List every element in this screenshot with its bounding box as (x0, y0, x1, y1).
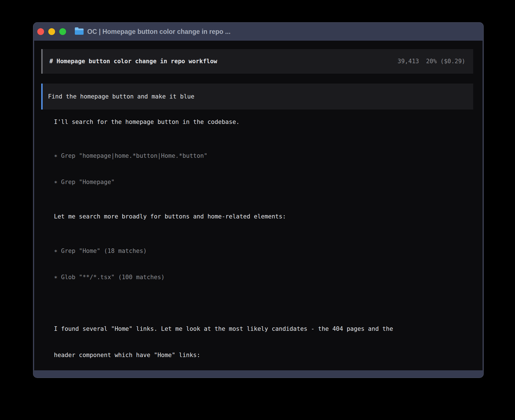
tool-call-grep: ∗ Grep "homepage|home.*button|Home.*butt… (54, 152, 472, 160)
session-header: # Homepage button color change in repo w… (41, 49, 473, 74)
user-message: Find the homepage button and make it blu… (41, 84, 473, 110)
transcript: I'll search for the homepage button in t… (34, 110, 483, 370)
folder-icon (75, 29, 84, 35)
window-title: OC | Homepage button color change in rep… (87, 28, 230, 36)
tool-call-glob: ∗ Glob "**/*.tsx" (100 matches) (54, 273, 472, 282)
user-message-text: Find the homepage button and make it blu… (48, 92, 194, 101)
tool-call-grep: ∗ Grep "Home" (18 matches) (54, 247, 472, 255)
terminal-window: OC | Homepage button color change in rep… (33, 23, 483, 378)
token-count: 39,413 (398, 58, 419, 65)
titlebar[interactable]: OC | Homepage button color change in rep… (33, 23, 483, 41)
window-bottom-frame (33, 370, 483, 378)
tool-call-group: ∗ Grep "homepage|home.*button|Home.*butt… (54, 134, 472, 204)
assistant-text: Let me search more broadly for buttons a… (54, 212, 472, 221)
tool-call-group: ∗ Grep "Home" (18 matches) ∗ Glob "**/*.… (54, 229, 472, 299)
minimize-button[interactable] (48, 28, 55, 35)
close-button[interactable] (37, 28, 44, 35)
tool-call-grep: ∗ Grep "Homepage" (54, 178, 472, 187)
assistant-text: I'll search for the homepage button in t… (54, 118, 472, 126)
assistant-text: I found several "Home" links. Let me loo… (54, 307, 472, 370)
terminal-content: # Homepage button color change in repo w… (34, 41, 483, 370)
session-stats: 39,41320% ($0.29) (398, 57, 465, 66)
context-usage: 20% ($0.29) (426, 58, 465, 65)
session-title: # Homepage button color change in repo w… (49, 57, 217, 66)
traffic-lights (37, 28, 66, 35)
zoom-button[interactable] (59, 28, 66, 35)
